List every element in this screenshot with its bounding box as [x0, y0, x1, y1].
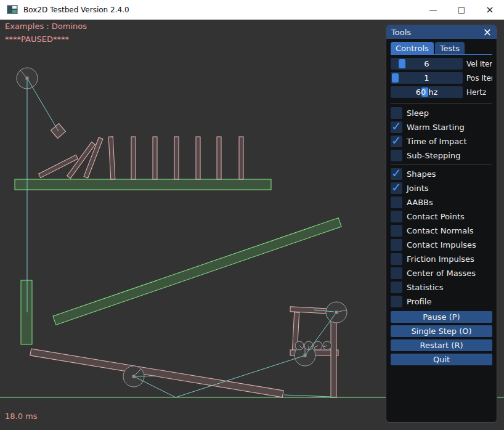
example-label: Examples : Dominos	[5, 22, 87, 31]
checkbox-label: Center of Masses	[407, 269, 476, 278]
checkbox-label: Contact Impulses	[407, 240, 476, 249]
checkbox-row-statistics[interactable]: Statistics	[391, 282, 492, 293]
checkbox-sleep[interactable]	[391, 107, 402, 119]
slider-value: 1	[391, 72, 463, 84]
checkbox-statistics[interactable]	[391, 282, 402, 293]
frame-time-label: 18.0 ms	[5, 412, 38, 421]
check-icon: ✓	[391, 119, 402, 134]
joint-anchor-1	[26, 77, 29, 80]
tab-underline	[391, 54, 492, 55]
checkbox-row-contact-normals[interactable]: Contact Normals	[391, 225, 492, 237]
tools-panel-titlebar[interactable]: Tools ×	[386, 25, 497, 39]
check-icon: ✓	[391, 133, 402, 148]
slider-row-pos-iters: 1Pos Iters	[391, 72, 492, 84]
domino-8[interactable]	[196, 137, 200, 179]
domino-7[interactable]	[174, 137, 179, 179]
checkbox-sub-stepping[interactable]	[391, 150, 402, 161]
checkbox-contact-normals[interactable]	[391, 225, 402, 237]
slider-row-vel-iters: 6Vel Iters	[391, 58, 492, 70]
checkbox-section: Sleep✓Warm Starting✓Time of ImpactSub-St…	[391, 107, 492, 310]
checkbox-label: Statistics	[407, 283, 443, 292]
joint-anchor-2	[132, 375, 136, 378]
close-icon[interactable]: ×	[483, 27, 492, 38]
separator	[391, 103, 492, 103]
checkbox-label: AABBs	[407, 198, 433, 207]
checkbox-row-sleep[interactable]: Sleep	[391, 107, 492, 119]
checkbox-row-joints[interactable]: ✓Joints	[391, 182, 492, 194]
domino-10[interactable]	[239, 137, 243, 179]
checkbox-label: Profile	[407, 297, 431, 306]
slider-row-hertz: 60 hzHertz	[391, 86, 492, 98]
minimize-button[interactable]: —	[419, 0, 447, 20]
tools-panel-body: ControlsTests 6Vel Iters1Pos Iters60 hzH…	[386, 39, 497, 422]
window-controls: —□×	[419, 0, 504, 20]
joint-ground-link	[284, 395, 331, 397]
tab-controls[interactable]: Controls	[391, 42, 434, 54]
paused-label: ****PAUSED****	[5, 34, 69, 44]
left-column	[21, 280, 32, 344]
tab-bar: ControlsTests	[391, 42, 492, 54]
checkbox-center-of-masses[interactable]	[391, 267, 402, 279]
slider-value: 60 hz	[391, 86, 463, 98]
checkbox-row-center-of-masses[interactable]: Center of Masses	[391, 267, 492, 279]
domino-9[interactable]	[217, 137, 221, 179]
checkbox-shapes[interactable]: ✓	[391, 168, 402, 180]
seesaw-plank[interactable]	[30, 349, 283, 397]
checkbox-row-warm-starting[interactable]: ✓Warm Starting	[391, 121, 492, 133]
restart-r-button[interactable]: Restart (R)	[391, 339, 492, 351]
tab-tests[interactable]: Tests	[435, 42, 465, 54]
checkbox-joints[interactable]: ✓	[391, 182, 402, 194]
slider-label: Hertz	[466, 88, 486, 97]
checkbox-label: Warm Starting	[407, 123, 465, 132]
button-section: Pause (P)Single Step (O)Restart (R)Quit	[391, 311, 492, 368]
checkbox-time-of-impact[interactable]: ✓	[391, 136, 402, 147]
quit-button[interactable]: Quit	[391, 354, 492, 365]
tools-panel-title: Tools	[391, 28, 411, 37]
checkbox-label: Sleep	[407, 108, 429, 118]
checkbox-row-contact-points[interactable]: Contact Points	[391, 211, 492, 222]
checkbox-row-sub-stepping[interactable]: Sub-Stepping	[391, 150, 492, 161]
joint-pendulum	[27, 78, 59, 131]
slider-label: Pos Iters	[466, 74, 492, 83]
single-step-o-button[interactable]: Single Step (O)	[391, 325, 492, 337]
tools-panel: Tools × ControlsTests 6Vel Iters1Pos Ite…	[386, 25, 497, 423]
title-bar: Box2D Testbed Version 2.4.0 —□×	[0, 0, 504, 20]
slider-value: 6	[391, 58, 463, 70]
checkbox-contact-points[interactable]	[391, 211, 402, 222]
checkbox-label: Friction Impulses	[407, 254, 474, 264]
checkbox-warm-starting[interactable]: ✓	[391, 121, 402, 133]
checkbox-aabbs[interactable]	[391, 197, 402, 208]
checkbox-profile[interactable]	[391, 296, 402, 307]
checkbox-label: Joints	[407, 184, 429, 193]
checkbox-row-aabbs[interactable]: AABBs	[391, 197, 492, 208]
checkbox-row-profile[interactable]: Profile	[391, 296, 492, 307]
domino-6[interactable]	[153, 137, 157, 179]
check-icon: ✓	[391, 166, 402, 181]
slider-vel-iters[interactable]: 6	[391, 58, 463, 70]
separator	[391, 164, 492, 164]
checkbox-row-friction-impulses[interactable]: Friction Impulses	[391, 253, 492, 265]
frame-right-post[interactable]	[331, 311, 336, 397]
checkbox-label: Contact Points	[407, 212, 465, 221]
checkbox-row-contact-impulses[interactable]: Contact Impulses	[391, 239, 492, 251]
slider-hertz[interactable]: 60 hz	[391, 86, 463, 98]
checkbox-label: Shapes	[407, 169, 436, 179]
checkbox-friction-impulses[interactable]	[391, 253, 402, 265]
window-title: Box2D Testbed Version 2.4.0	[23, 6, 129, 14]
check-icon: ✓	[391, 180, 402, 195]
close-button[interactable]: ×	[476, 0, 504, 20]
slider-section: 6Vel Iters1Pos Iters60 hzHertz	[391, 58, 492, 100]
slider-label: Vel Iters	[466, 60, 492, 68]
checkbox-row-shapes[interactable]: ✓Shapes	[391, 168, 492, 180]
app-icon	[7, 5, 18, 14]
checkbox-contact-impulses[interactable]	[391, 239, 402, 251]
checkbox-label: Sub-Stepping	[407, 151, 460, 160]
joint-anchor-4	[335, 311, 338, 314]
domino-4[interactable]	[108, 137, 115, 179]
maximize-button[interactable]: □	[447, 0, 476, 20]
platform-shelf	[15, 179, 271, 190]
slider-pos-iters[interactable]: 1	[391, 72, 463, 84]
domino-5[interactable]	[131, 137, 136, 179]
checkbox-row-time-of-impact[interactable]: ✓Time of Impact	[391, 136, 492, 147]
pause-p-button[interactable]: Pause (P)	[391, 311, 492, 323]
